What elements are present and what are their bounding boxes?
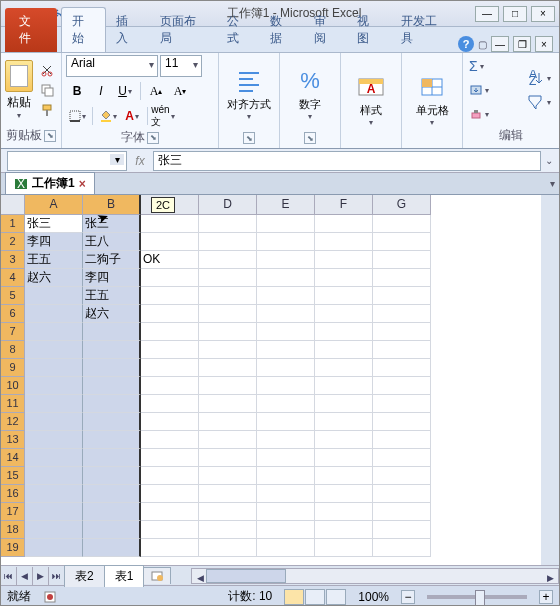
- number-launcher-icon[interactable]: ⬊: [304, 132, 316, 144]
- cell[interactable]: [25, 377, 83, 395]
- cell[interactable]: 王八: [83, 233, 141, 251]
- clear-button[interactable]: ▾: [467, 103, 523, 125]
- cell[interactable]: [257, 341, 315, 359]
- cell[interactable]: [315, 359, 373, 377]
- row-header[interactable]: 9: [1, 359, 25, 377]
- cell[interactable]: [199, 395, 257, 413]
- font-launcher-icon[interactable]: ⬊: [147, 132, 159, 144]
- cell[interactable]: [257, 305, 315, 323]
- zoom-slider[interactable]: [427, 595, 527, 599]
- row-header[interactable]: 7: [1, 323, 25, 341]
- cell[interactable]: [373, 467, 431, 485]
- workbook-close-icon[interactable]: ×: [79, 177, 86, 191]
- cells-button[interactable]: 单元格▾: [406, 69, 458, 129]
- cell[interactable]: [83, 503, 141, 521]
- cell[interactable]: [199, 215, 257, 233]
- cut-icon[interactable]: [37, 61, 57, 79]
- macro-record-icon[interactable]: [43, 590, 57, 604]
- cell[interactable]: [199, 251, 257, 269]
- cell[interactable]: [315, 323, 373, 341]
- copy-icon[interactable]: [37, 81, 57, 99]
- cell[interactable]: [83, 413, 141, 431]
- row-header[interactable]: 15: [1, 467, 25, 485]
- row-header[interactable]: 1: [1, 215, 25, 233]
- cell[interactable]: [25, 395, 83, 413]
- cell[interactable]: [199, 539, 257, 557]
- tab-next-icon[interactable]: ▶: [33, 567, 49, 585]
- cell[interactable]: [141, 395, 199, 413]
- cell[interactable]: [315, 449, 373, 467]
- cell[interactable]: [199, 485, 257, 503]
- cell[interactable]: [25, 305, 83, 323]
- worksheet[interactable]: 2C ➤ ABCDEFG 1张三张三2李四王八3王五二狗子OK4赵六李四5王五6…: [1, 195, 559, 565]
- cell[interactable]: [257, 413, 315, 431]
- cell[interactable]: [373, 287, 431, 305]
- cell[interactable]: [315, 431, 373, 449]
- doc-restore-button[interactable]: ❐: [513, 36, 531, 52]
- cell[interactable]: [141, 215, 199, 233]
- cell[interactable]: [315, 287, 373, 305]
- cell[interactable]: [199, 431, 257, 449]
- cell[interactable]: [141, 539, 199, 557]
- cell[interactable]: [257, 467, 315, 485]
- cell[interactable]: [315, 305, 373, 323]
- cell[interactable]: [373, 269, 431, 287]
- cell[interactable]: [373, 503, 431, 521]
- cell[interactable]: [83, 377, 141, 395]
- cell[interactable]: [315, 467, 373, 485]
- cell[interactable]: [141, 269, 199, 287]
- cell[interactable]: [373, 377, 431, 395]
- row-header[interactable]: 5: [1, 287, 25, 305]
- select-all-corner[interactable]: [1, 195, 25, 215]
- cell[interactable]: [373, 251, 431, 269]
- page-break-view-button[interactable]: [326, 589, 346, 605]
- cell[interactable]: [315, 539, 373, 557]
- minimize-button[interactable]: —: [475, 6, 499, 22]
- formula-expand-icon[interactable]: ⌄: [545, 155, 553, 166]
- cell[interactable]: [199, 323, 257, 341]
- autosum-button[interactable]: Σ▾: [467, 55, 523, 77]
- cell[interactable]: [199, 503, 257, 521]
- cell[interactable]: [25, 413, 83, 431]
- cell[interactable]: [257, 449, 315, 467]
- row-header[interactable]: 13: [1, 431, 25, 449]
- font-size-select[interactable]: 11: [160, 55, 202, 77]
- cell[interactable]: [25, 539, 83, 557]
- cell[interactable]: [373, 413, 431, 431]
- fill-color-button[interactable]: [97, 105, 119, 127]
- cell[interactable]: 赵六: [83, 305, 141, 323]
- tab-first-icon[interactable]: ⏮: [1, 567, 17, 585]
- cell[interactable]: 赵六: [25, 269, 83, 287]
- zoom-level[interactable]: 100%: [358, 590, 389, 604]
- cell[interactable]: [141, 323, 199, 341]
- tab-review[interactable]: 审阅: [304, 8, 348, 52]
- cell[interactable]: 张三: [83, 215, 141, 233]
- doc-close-button[interactable]: ×: [535, 36, 553, 52]
- cell[interactable]: [315, 413, 373, 431]
- cell[interactable]: [25, 485, 83, 503]
- cell[interactable]: [315, 395, 373, 413]
- cell[interactable]: [141, 287, 199, 305]
- cell[interactable]: [25, 521, 83, 539]
- hscroll-thumb[interactable]: [206, 569, 286, 583]
- cell[interactable]: [315, 485, 373, 503]
- file-tab[interactable]: 文件: [5, 8, 57, 52]
- row-header[interactable]: 8: [1, 341, 25, 359]
- cell[interactable]: [83, 449, 141, 467]
- cell[interactable]: [83, 323, 141, 341]
- scroll-down-icon[interactable]: ▾: [550, 178, 555, 189]
- clipboard-launcher-icon[interactable]: ⬊: [44, 130, 56, 142]
- cell[interactable]: [199, 467, 257, 485]
- cell[interactable]: [25, 467, 83, 485]
- cell[interactable]: [199, 269, 257, 287]
- cell[interactable]: [141, 431, 199, 449]
- shrink-font-button[interactable]: A▾: [169, 80, 191, 102]
- cell[interactable]: [25, 287, 83, 305]
- cell[interactable]: [373, 215, 431, 233]
- cell[interactable]: [141, 485, 199, 503]
- cell[interactable]: [83, 341, 141, 359]
- cell[interactable]: [373, 539, 431, 557]
- workbook-tab[interactable]: X 工作簿1 ×: [5, 172, 95, 195]
- ribbon-minimize-icon[interactable]: ▢: [478, 39, 487, 50]
- row-header[interactable]: 6: [1, 305, 25, 323]
